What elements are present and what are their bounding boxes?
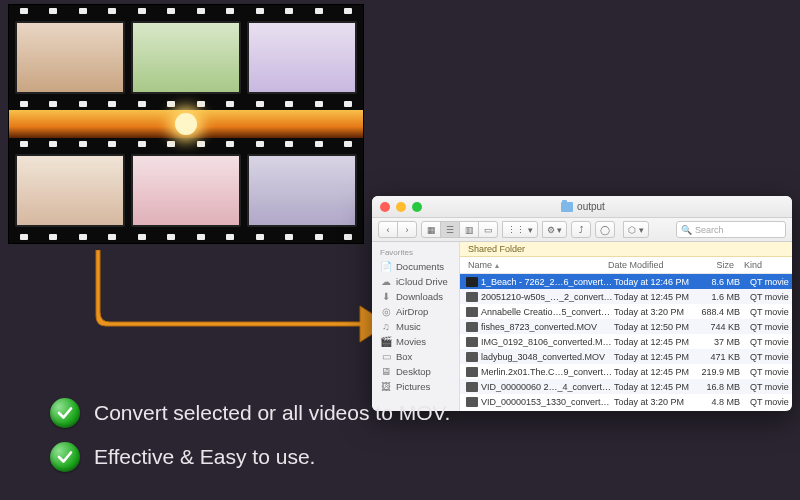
sidebar-item[interactable]: ◎AirDrop — [372, 304, 459, 319]
file-date: Today at 12:45 PM — [614, 292, 700, 302]
file-date: Today at 12:45 PM — [614, 367, 700, 377]
sidebar-item-label: iCloud Drive — [396, 276, 448, 287]
file-kind: QT movie — [748, 307, 792, 317]
arrow-icon — [80, 250, 390, 370]
sidebar-item[interactable]: 📄Documents — [372, 259, 459, 274]
sidebar-item[interactable]: ☁iCloud Drive — [372, 274, 459, 289]
finder-toolbar: ‹ › ▦ ☰ ▥ ▭ ⋮⋮ ▾ ⚙ ▾ ⤴ ◯ ⬡ ▾ 🔍 Search — [372, 218, 792, 242]
file-icon — [466, 382, 478, 392]
sidebar-item[interactable]: 🎬Movies — [372, 334, 459, 349]
sidebar-item-label: Downloads — [396, 291, 443, 302]
sidebar-item-label: Pictures — [396, 381, 430, 392]
file-row[interactable]: Merlin.2x01.The.C…9_converted.MOVToday a… — [460, 364, 792, 379]
view-icon-button[interactable]: ▦ — [421, 221, 441, 238]
file-name: Merlin.2x01.The.C…9_converted.MOV — [481, 367, 614, 377]
movie-icon: 🎬 — [380, 337, 392, 347]
zoom-button[interactable] — [412, 202, 422, 212]
search-icon: 🔍 — [681, 225, 692, 235]
file-name: IMG_0192_8106_converted.MOV — [481, 337, 614, 347]
desktop-icon: 🖥 — [380, 367, 392, 377]
file-icon — [466, 337, 478, 347]
box-icon: ▭ — [380, 352, 392, 362]
file-date: Today at 3:20 PM — [614, 307, 700, 317]
sidebar-item[interactable]: 🖥Desktop — [372, 364, 459, 379]
file-icon — [466, 307, 478, 317]
checkmark-icon — [50, 398, 80, 428]
close-button[interactable] — [380, 202, 390, 212]
file-name: ladybug_3048_converted.MOV — [481, 352, 614, 362]
file-kind: QT movie — [748, 292, 792, 302]
pictures-icon: 🖼 — [380, 382, 392, 392]
file-kind: QT movie — [748, 382, 792, 392]
file-kind: QT movie — [748, 367, 792, 377]
file-name: 1_Beach - 7262_2…6_converted.MOV — [481, 277, 614, 287]
file-date: Today at 12:45 PM — [614, 382, 700, 392]
file-kind: QT movie — [748, 397, 792, 407]
file-row[interactable]: Annabelle Creatio…5_converted.MOVToday a… — [460, 304, 792, 319]
file-row[interactable]: ladybug_3048_converted.MOVToday at 12:45… — [460, 349, 792, 364]
file-name: 20051210-w50s_…_2_converted.MOV — [481, 292, 614, 302]
file-name: VID_00000060 2…_4_converted.MOV — [481, 382, 614, 392]
file-icon — [466, 367, 478, 377]
file-date: Today at 12:50 PM — [614, 322, 700, 332]
file-size: 744 KB — [700, 322, 748, 332]
file-row[interactable]: fishes_8723_converted.MOVToday at 12:50 … — [460, 319, 792, 334]
sidebar-item[interactable]: 🖼Pictures — [372, 379, 459, 394]
action-button[interactable]: ⚙ ▾ — [542, 221, 568, 238]
feature-bullet: Convert selected or all videos to MOV. — [50, 398, 450, 428]
file-kind: QT movie — [748, 352, 792, 362]
sidebar-item-label: AirDrop — [396, 306, 428, 317]
forward-button[interactable]: › — [397, 221, 417, 238]
file-date: Today at 12:46 PM — [614, 277, 700, 287]
file-size: 16.8 MB — [700, 382, 748, 392]
column-headers[interactable]: Name▴ Date Modified Size Kind — [460, 257, 792, 274]
view-list-button[interactable]: ☰ — [440, 221, 460, 238]
file-row[interactable]: 1_Beach - 7262_2…6_converted.MOVToday at… — [460, 274, 792, 289]
sort-asc-icon: ▴ — [495, 261, 499, 270]
window-title: output — [577, 201, 605, 212]
sidebar-item[interactable]: ⬇Downloads — [372, 289, 459, 304]
file-size: 219.9 MB — [700, 367, 748, 377]
file-date: Today at 12:45 PM — [614, 352, 700, 362]
search-field[interactable]: 🔍 Search — [676, 221, 786, 238]
finder-titlebar: output — [372, 196, 792, 218]
folder-icon — [561, 202, 573, 212]
file-row[interactable]: VID_00000153_1330_converted.MOVToday at … — [460, 394, 792, 409]
dropbox-button[interactable]: ⬡ ▾ — [623, 221, 649, 238]
share-button[interactable]: ⤴ — [571, 221, 591, 238]
file-icon — [466, 292, 478, 302]
filmstrip-illustration — [8, 4, 364, 244]
music-icon: ♫ — [380, 322, 392, 332]
file-kind: QT movie — [748, 277, 792, 287]
tags-button[interactable]: ◯ — [595, 221, 615, 238]
file-icon — [466, 352, 478, 362]
file-icon — [466, 322, 478, 332]
minimize-button[interactable] — [396, 202, 406, 212]
sidebar-item-label: Box — [396, 351, 412, 362]
back-button[interactable]: ‹ — [378, 221, 398, 238]
sidebar-item[interactable]: ♫Music — [372, 319, 459, 334]
file-size: 471 KB — [700, 352, 748, 362]
doc-icon: 📄 — [380, 262, 392, 272]
arrange-button[interactable]: ⋮⋮ ▾ — [502, 221, 538, 238]
airdrop-icon: ◎ — [380, 307, 392, 317]
sidebar-item-label: Desktop — [396, 366, 431, 377]
feature-text: Effective & Easy to use. — [94, 445, 315, 469]
file-row[interactable]: 20051210-w50s_…_2_converted.MOVToday at … — [460, 289, 792, 304]
col-name: Name — [468, 260, 492, 270]
favorites-header: Favorites — [372, 246, 459, 259]
file-row[interactable]: VID_00000060 2…_4_converted.MOVToday at … — [460, 379, 792, 394]
sidebar-item[interactable]: ▭Box — [372, 349, 459, 364]
file-size: 688.4 MB — [700, 307, 748, 317]
finder-sidebar: Favorites 📄Documents☁iCloud Drive⬇Downlo… — [372, 242, 460, 411]
file-row[interactable]: IMG_0192_8106_converted.MOVToday at 12:4… — [460, 334, 792, 349]
view-cover-button[interactable]: ▭ — [478, 221, 498, 238]
cloud-icon: ☁ — [380, 277, 392, 287]
search-placeholder: Search — [695, 225, 724, 235]
file-name: VID_00000153_1330_converted.MOV — [481, 397, 614, 407]
file-name: fishes_8723_converted.MOV — [481, 322, 614, 332]
checkmark-icon — [50, 442, 80, 472]
feature-bullet: Effective & Easy to use. — [50, 442, 450, 472]
shared-folder-banner: Shared Folder — [460, 242, 792, 257]
view-column-button[interactable]: ▥ — [459, 221, 479, 238]
